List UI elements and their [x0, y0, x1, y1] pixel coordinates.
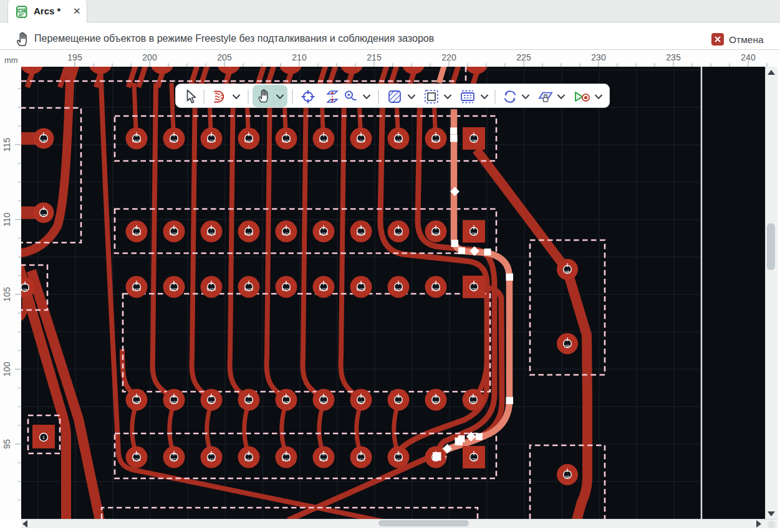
- svg-text:22: 22: [397, 453, 400, 456]
- svg-text:20: 20: [471, 395, 475, 399]
- svg-text:BAD8: BAD8: [132, 232, 141, 236]
- svg-text:19: 19: [284, 453, 288, 456]
- svg-text:195: 195: [67, 52, 82, 62]
- svg-text:BAD5: BAD5: [244, 139, 253, 143]
- svg-text:A04: A04: [320, 400, 327, 404]
- svg-text:OB: OB: [41, 213, 46, 217]
- svg-text:110: 110: [2, 213, 12, 227]
- svg-text:100: 100: [2, 362, 12, 377]
- svg-text:BAD3: BAD3: [319, 139, 328, 143]
- svg-text:16: 16: [172, 453, 176, 456]
- svg-text:205: 205: [217, 52, 232, 62]
- svg-text:230: 230: [591, 52, 606, 62]
- svg-text:BAD7: BAD7: [170, 139, 178, 143]
- svg-text:17: 17: [209, 453, 213, 456]
- svg-text:BAD4: BAD4: [282, 232, 291, 236]
- svg-text:BAD8: BAD8: [132, 139, 141, 143]
- svg-text:95: 95: [2, 439, 12, 449]
- svg-text:1: 1: [473, 134, 475, 137]
- svg-text:BAD2: BAD2: [357, 139, 365, 143]
- svg-text:1: 1: [473, 283, 475, 286]
- svg-text:105: 105: [2, 287, 12, 302]
- svg-text:BA19: BA19: [282, 458, 290, 462]
- svg-text:BAD7: BAD7: [170, 232, 178, 236]
- svg-text:53: 53: [434, 395, 438, 399]
- svg-text:18: 18: [247, 453, 251, 456]
- svg-text:BAD3: BAD3: [319, 232, 328, 236]
- svg-text:220: 220: [441, 52, 456, 62]
- svg-text:A03: A03: [171, 400, 177, 404]
- svg-text:OB: OB: [471, 458, 476, 462]
- svg-text:3: 3: [398, 227, 400, 230]
- svg-text:6: 6: [286, 134, 287, 137]
- svg-text:OB: OB: [471, 139, 476, 143]
- svg-text:240: 240: [741, 52, 756, 62]
- svg-text:9: 9: [173, 283, 175, 286]
- svg-text:BA18: BA18: [319, 458, 327, 462]
- svg-text:SB: SB: [471, 400, 476, 404]
- svg-text:BAD0: BAD0: [431, 232, 440, 236]
- svg-text:7: 7: [248, 134, 250, 137]
- svg-text:A03: A03: [358, 400, 364, 404]
- svg-text:BAD1: BAD1: [394, 288, 403, 291]
- svg-text:BAD0: BAD0: [431, 288, 440, 291]
- svg-text:BAD1: BAD1: [394, 232, 403, 236]
- svg-text:SOM: SOM: [133, 458, 141, 462]
- svg-text:3: 3: [398, 283, 400, 286]
- svg-text:4: 4: [360, 227, 362, 230]
- svg-text:8: 8: [211, 283, 213, 286]
- svg-text:BAD5: BAD5: [244, 232, 253, 236]
- svg-text:2: 2: [435, 134, 437, 137]
- svg-text:50: 50: [322, 395, 325, 399]
- svg-text:210: 210: [292, 52, 307, 62]
- svg-text:5: 5: [323, 227, 325, 230]
- svg-text:47: 47: [209, 395, 213, 399]
- svg-text:BS2: BS2: [171, 458, 177, 462]
- svg-text:BAD6: BAD6: [207, 288, 216, 291]
- svg-text:52: 52: [397, 395, 400, 399]
- svg-text:8: 8: [211, 227, 213, 230]
- svg-text:48: 48: [247, 395, 251, 399]
- svg-text:215: 215: [367, 52, 382, 62]
- svg-text:49: 49: [284, 395, 288, 399]
- svg-text:9: 9: [173, 134, 175, 137]
- svg-text:5: 5: [323, 134, 325, 137]
- svg-text:7: 7: [248, 283, 250, 286]
- svg-text:BAD2: BAD2: [357, 232, 365, 236]
- svg-text:BAD1: BAD1: [394, 139, 403, 143]
- svg-text:2: 2: [435, 227, 437, 230]
- svg-text:OB: OB: [471, 232, 476, 236]
- svg-text:T: T: [445, 455, 448, 460]
- svg-text:SB7: SB7: [433, 400, 439, 404]
- svg-text:BAD2: BAD2: [357, 288, 365, 291]
- svg-text:4: 4: [360, 283, 362, 286]
- svg-text:10: 10: [135, 283, 138, 286]
- svg-text:BAD6: BAD6: [207, 139, 216, 143]
- svg-text:BAD0: BAD0: [431, 139, 440, 143]
- svg-text:1: 1: [473, 227, 475, 230]
- svg-text:51: 51: [359, 395, 363, 399]
- svg-text:4: 4: [360, 134, 362, 137]
- svg-text:6: 6: [286, 227, 287, 230]
- svg-text:A06: A06: [246, 400, 252, 404]
- svg-text:BAD4: BAD4: [282, 288, 291, 291]
- svg-text:1: 1: [473, 453, 475, 456]
- svg-text:SB: SB: [565, 270, 570, 274]
- svg-text:3: 3: [398, 134, 400, 137]
- svg-text:115: 115: [2, 138, 12, 152]
- svg-text:15: 15: [135, 453, 138, 456]
- svg-text:OB: OB: [471, 288, 476, 291]
- svg-text:A02: A02: [395, 400, 402, 404]
- svg-text:A08: A08: [133, 400, 140, 404]
- svg-text:BAD7: BAD7: [170, 288, 178, 291]
- svg-text:8: 8: [211, 134, 213, 137]
- svg-text:7: 7: [248, 227, 250, 230]
- svg-text:6: 6: [286, 283, 287, 286]
- svg-text:SB: SB: [565, 344, 570, 348]
- svg-text:21: 21: [359, 453, 363, 456]
- svg-text:20: 20: [322, 453, 325, 456]
- svg-text:BAD5: BAD5: [244, 288, 253, 291]
- svg-text:2: 2: [435, 283, 437, 286]
- svg-text:200: 200: [142, 52, 157, 62]
- svg-text:BA16: BA16: [394, 458, 402, 462]
